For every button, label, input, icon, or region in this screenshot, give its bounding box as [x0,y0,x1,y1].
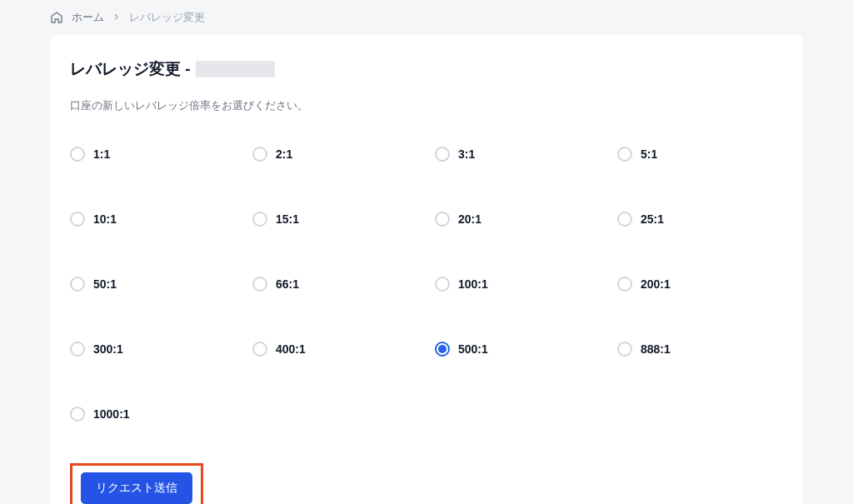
leverage-option-label: 25:1 [641,212,664,226]
leverage-option[interactable]: 10:1 [70,212,236,227]
radio-icon [70,407,85,422]
radio-icon [617,147,632,162]
page-title: レバレッジ変更 - [70,58,191,80]
breadcrumb-home-link[interactable]: ホーム [72,10,104,25]
breadcrumb: ホーム レバレッジ変更 [0,0,853,35]
leverage-option-label: 1000:1 [93,407,130,421]
leverage-options-grid: 1:12:13:15:110:115:120:125:150:166:1100:… [70,147,783,422]
radio-icon [435,147,450,162]
radio-icon [617,212,632,227]
leverage-option-label: 50:1 [93,277,117,291]
radio-icon [435,277,450,292]
page-title-row: レバレッジ変更 - [70,58,783,80]
radio-icon [252,277,267,292]
leverage-option[interactable]: 3:1 [435,147,601,162]
leverage-option[interactable]: 25:1 [617,212,783,227]
leverage-option[interactable]: 100:1 [435,277,601,292]
leverage-option[interactable]: 66:1 [252,277,418,292]
leverage-option-label: 200:1 [641,277,671,291]
leverage-option-label: 3:1 [458,147,475,161]
leverage-option-label: 5:1 [641,147,657,161]
leverage-option-label: 100:1 [458,277,488,291]
leverage-option[interactable]: 1:1 [70,147,236,162]
radio-icon [252,147,267,162]
leverage-option-label: 300:1 [93,342,123,356]
breadcrumb-current: レバレッジ変更 [129,10,205,25]
radio-icon [252,342,267,357]
leverage-option-label: 15:1 [276,212,299,226]
leverage-option[interactable]: 50:1 [70,277,236,292]
submit-highlight-box: リクエスト送信 [70,463,203,504]
leverage-option[interactable]: 1000:1 [70,407,236,422]
leverage-card: レバレッジ変更 - 口座の新しいレバレッジ倍率をお選びください。 1:12:13… [50,35,803,504]
leverage-option-label: 400:1 [276,342,306,356]
leverage-option-label: 20:1 [458,212,481,226]
radio-icon [435,212,450,227]
home-icon [50,11,63,24]
radio-icon [70,147,85,162]
leverage-option-label: 1:1 [93,147,110,161]
leverage-option[interactable]: 20:1 [435,212,601,227]
leverage-option[interactable]: 200:1 [617,277,783,292]
leverage-option[interactable]: 5:1 [617,147,783,162]
radio-icon [70,212,85,227]
leverage-option-label: 66:1 [276,277,299,291]
radio-icon [252,212,267,227]
radio-icon [435,342,450,357]
chevron-right-icon [112,12,121,22]
leverage-option[interactable]: 2:1 [252,147,418,162]
leverage-option[interactable]: 300:1 [70,342,236,357]
submit-request-button[interactable]: リクエスト送信 [81,472,192,504]
leverage-option[interactable]: 888:1 [617,342,783,357]
radio-icon [617,342,632,357]
instruction-text: 口座の新しいレバレッジ倍率をお選びください。 [70,98,783,113]
leverage-option[interactable]: 15:1 [252,212,418,227]
account-id-redacted [196,61,275,77]
radio-icon [70,277,85,292]
leverage-option[interactable]: 500:1 [435,342,601,357]
radio-icon [70,342,85,357]
radio-icon [617,277,632,292]
leverage-option-label: 888:1 [641,342,671,356]
leverage-option-label: 2:1 [276,147,292,161]
leverage-option-label: 500:1 [458,342,488,356]
leverage-option[interactable]: 400:1 [252,342,418,357]
leverage-option-label: 10:1 [93,212,117,226]
